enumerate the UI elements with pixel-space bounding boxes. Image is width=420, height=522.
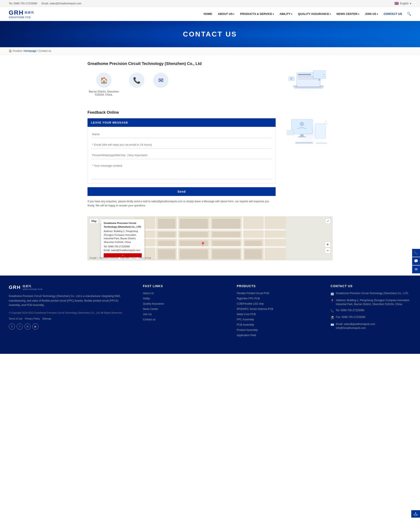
phone-side-btn[interactable]: 📞: [412, 249, 420, 257]
fast-links-title: FAST LINKS: [143, 284, 224, 288]
zoom-in-btn[interactable]: +: [325, 242, 331, 247]
main-nav: HOME ABOUT US PRODUCTS & SERVICE ABILITY…: [202, 10, 411, 17]
rfid-link[interactable]: RFID/NFC Smart Antenna PCB: [237, 307, 273, 311]
breadcrumb: 🏠 Position: Homepage / Contact us: [0, 47, 420, 55]
top-bar-right[interactable]: 🇬🇧 English ▾: [394, 1, 411, 6]
svg-rect-43: [212, 219, 241, 229]
youtube-icon[interactable]: ▶: [32, 323, 39, 330]
facebook-icon[interactable]: f: [17, 323, 23, 330]
company-info: Greathome Precision Circuit Technology (…: [87, 61, 284, 100]
nav-products[interactable]: PRODUCTS & SERVICE: [238, 10, 276, 17]
application-link[interactable]: Application Field: [237, 334, 256, 337]
svg-point-29: [326, 121, 326, 122]
footer-copyright: © Copyright 2019-2023 Greathome Precisio…: [9, 311, 130, 315]
breadcrumb-home[interactable]: Homepage: [24, 49, 37, 53]
footer-logo: GRH 格睿鸿 GREATHOME PCB: [9, 284, 130, 290]
nav-home[interactable]: HOME: [202, 10, 214, 17]
svg-point-31: [325, 123, 325, 123]
svg-rect-26: [287, 130, 294, 135]
svg-rect-50: [245, 241, 262, 246]
footer-social: 𝕏 f in ▶: [9, 323, 130, 330]
fax-icon: 📠: [331, 315, 334, 320]
map-expand-btn[interactable]: ⤢: [325, 218, 331, 224]
list-item: Metal Core PCB: [237, 312, 317, 316]
logo-sub: GREATHOME PCB: [9, 16, 31, 19]
nav-join[interactable]: JOIN US: [363, 10, 380, 17]
svg-point-30: [327, 123, 327, 124]
whatsapp-side-btn[interactable]: 💬: [412, 257, 420, 265]
pcb-assembly-link[interactable]: PCB Assembly: [237, 323, 254, 326]
quality-link[interactable]: Quality Assurance: [143, 302, 164, 305]
side-buttons[interactable]: 📞 💬 ✉: [412, 249, 420, 273]
fpc-link[interactable]: Flexible Printed Circuit PCB: [237, 292, 269, 295]
product-assembly-link[interactable]: Product Assembly: [237, 329, 258, 331]
nav-about[interactable]: ABOUT US: [216, 10, 237, 17]
map-keyboard-shortcuts[interactable]: Keyboard shortcuts: [100, 257, 118, 259]
nav-quality[interactable]: QUALITY ASSURANCE: [296, 10, 333, 17]
logo[interactable]: GRH 格睿鸿 GREATHOME PCB: [9, 9, 34, 19]
phone-footer-icon: 📞: [331, 309, 334, 313]
feedback-section: Feedback Online LEAVE YOUR MESSAGE Send …: [87, 110, 333, 208]
send-button[interactable]: Send: [87, 187, 276, 196]
svg-point-13: [290, 78, 292, 80]
contact-company-name: Greathome Precision Circuit Technology (…: [336, 291, 409, 296]
nav-news[interactable]: NEWS CENTER: [334, 10, 361, 17]
contact-tel-text: Tel: 0086-755-27225080: [336, 308, 364, 313]
contact-email1: Email: sales@greathomepcb.com: [336, 322, 375, 326]
phone-info: Tel: 0086-755-27225080: [9, 2, 37, 5]
email-side-btn[interactable]: ✉: [412, 266, 420, 273]
privacy-link[interactable]: Privacy Policy: [25, 317, 40, 320]
sitemap-link[interactable]: Sitemap: [42, 317, 51, 320]
map-view-btn[interactable]: Map: [89, 218, 98, 224]
join-link[interactable]: Join Us: [143, 313, 152, 316]
email-input[interactable]: [91, 141, 272, 149]
top-bar-left: Tel: 0086-755-27225080 Email: sales@Grea…: [9, 2, 81, 5]
metal-link[interactable]: Metal Core PCB: [237, 313, 256, 316]
rigid-flex-link[interactable]: Rigid-flex FPC PCB: [237, 297, 260, 300]
language-selector[interactable]: English: [400, 2, 409, 5]
nav-contact[interactable]: CONTACT US: [381, 10, 404, 17]
list-item: Flexible Printed Circuit PCB: [237, 291, 317, 295]
map-marker: 📍: [200, 242, 206, 247]
nav-ability[interactable]: ABILITY: [277, 10, 295, 17]
footer-contact-col: CONTACT US 🏢 Greathome Precision Circuit…: [331, 284, 411, 338]
list-item: Product Assembly: [237, 328, 317, 331]
list-item: Contact us: [143, 317, 224, 321]
fast-links-list: About Us Ability Quality Assurance News …: [143, 291, 224, 321]
map-terms[interactable]: Terms of Use: [138, 257, 151, 259]
map-zoom[interactable]: + −: [325, 242, 331, 253]
contact-col-title: CONTACT US: [331, 284, 411, 288]
zoom-out-btn[interactable]: −: [325, 248, 331, 253]
svg-rect-53: [212, 249, 241, 259]
ability-link[interactable]: Ability: [143, 297, 150, 300]
name-input[interactable]: [91, 130, 272, 138]
phone-input[interactable]: [91, 151, 272, 159]
address-icon-item: 🏠 Bao'an District, Shenzhen 518104, Chin…: [87, 73, 120, 96]
logo-cn: 格睿鸿: [24, 11, 34, 15]
dropdown-icon: ▾: [410, 2, 411, 5]
twitter-icon[interactable]: 𝕏: [9, 323, 15, 330]
list-item: About Us: [143, 291, 224, 295]
linkedin-icon[interactable]: in: [24, 323, 31, 330]
feedback-note: If you have any enquiries, please kindly…: [87, 200, 276, 208]
email-icon-circle: ✉: [153, 73, 168, 88]
products-title: PRODUCTS: [237, 284, 317, 288]
search-icon[interactable]: 🔍: [407, 12, 411, 16]
phone-icon-item: 📞: [129, 73, 144, 96]
terms-link[interactable]: Terms of use: [9, 317, 23, 320]
contact-fax: 📠 Fax: 0086-755-27225080: [331, 315, 411, 320]
contact-link[interactable]: Contact us: [143, 318, 155, 321]
svg-rect-54: [245, 249, 262, 259]
list-item: PCB Assembly: [237, 323, 317, 326]
fpc-assembly-link[interactable]: FPC Assembly: [237, 318, 254, 321]
map-info-title: Greathome Precision Circuit Technology (…: [104, 221, 142, 229]
svg-point-15: [324, 76, 325, 77]
about-us-link[interactable]: About Us: [143, 292, 154, 295]
company-illustration: [284, 61, 333, 101]
map-container[interactable]: Map Satellite ⤢ Greathome Precision Circ…: [87, 216, 333, 260]
news-link[interactable]: News Center: [143, 307, 158, 311]
svg-rect-4: [298, 74, 311, 75]
svg-rect-46: [212, 232, 241, 238]
cob-link[interactable]: COB/Flexible LED strip: [237, 302, 264, 305]
message-input[interactable]: [91, 162, 272, 179]
